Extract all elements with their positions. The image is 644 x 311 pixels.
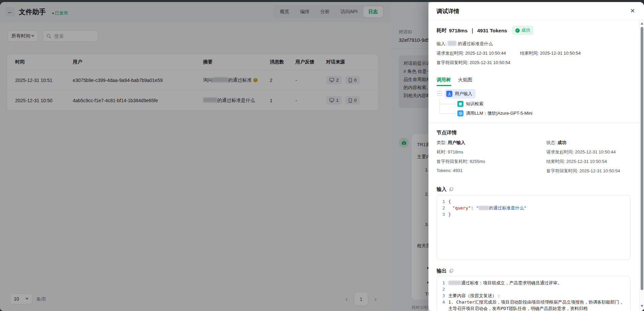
node-status-label: 状态: xyxy=(546,140,557,145)
status-label: 成功 xyxy=(521,27,530,33)
app-window: ← 文件助手 已发布 概览 编排 分析 访问API 日志 所有时间 时间 用户 … xyxy=(0,2,644,311)
tree-connector xyxy=(440,98,440,113)
code-line: 主要内容（按原文复述）： xyxy=(448,292,501,299)
view-tabs: 调用树 火焰图 xyxy=(437,77,472,83)
node-status: 状态: 成功 xyxy=(546,140,566,146)
node-first-char-cost: 首字符回复耗时: 9255ms xyxy=(437,159,485,165)
output-section-heading: 输出 xyxy=(437,268,453,274)
status-badge: ✓ 成功 xyxy=(512,26,534,35)
node-tokens: Tokens: 4931 xyxy=(437,168,462,173)
tree-node-user-input[interactable]: 用户输入 xyxy=(445,89,476,98)
summary-row: 耗时 9718ms ｜ 4931 Tokens ✓ 成功 xyxy=(437,26,534,35)
input-line: 输入: 的通过标准是什么 xyxy=(437,41,493,47)
output-text: 通过标准：项目组成立，产品需求明确且通过评审。 xyxy=(461,280,562,285)
first-char-time: 首字符回复时间: 2025-12-31 10:50:54 xyxy=(437,60,510,66)
json-key: "query" xyxy=(452,205,471,210)
node-duration: 耗时: 9718ms xyxy=(437,149,463,155)
code-line: 1. Charter汇报完成后，项目启动阶段由项目经理根据产品立项报告，协调各职… xyxy=(448,299,625,311)
tree-node-llm-call[interactable]: 调用LLM：微软|Azure-GPT-5-Mini xyxy=(457,109,533,117)
divider xyxy=(428,123,644,123)
tab-call-tree[interactable]: 调用树 xyxy=(437,77,451,83)
json-quote: " xyxy=(476,205,479,210)
scroll-down-arrow-icon[interactable] xyxy=(641,305,643,307)
input-label: 输入: xyxy=(437,41,447,46)
output-heading-text: 输出 xyxy=(437,268,447,274)
tokens-value: 4931 Tokens xyxy=(477,28,507,33)
active-tab-underline xyxy=(437,85,451,86)
node-type-label: 类型: xyxy=(437,140,448,145)
llm-cube-icon xyxy=(457,110,463,116)
scroll-up-arrow-icon[interactable] xyxy=(641,22,643,25)
tree-node-label: 知识检索 xyxy=(466,101,483,107)
collapse-toggle[interactable]: − xyxy=(437,91,442,96)
line-number: 3 xyxy=(437,292,445,299)
redacted-text xyxy=(479,206,489,210)
output-code-block[interactable]: 1通过标准：项目组成立，产品需求明确且通过评审。 2 3主要内容（按原文复述）：… xyxy=(437,276,631,311)
tree-connector xyxy=(440,104,456,104)
tree-node-label: 用户输入 xyxy=(455,91,472,97)
knowledge-search-icon xyxy=(457,101,463,107)
line-number: 3 xyxy=(437,211,445,218)
input-text: 的通过标准是什么 xyxy=(458,41,493,46)
node-details-heading: 节点详情 xyxy=(437,130,457,136)
redacted-text xyxy=(448,41,456,46)
node-status-value: 成功 xyxy=(557,140,566,145)
copy-icon[interactable] xyxy=(449,268,453,274)
close-icon[interactable]: ✕ xyxy=(628,6,637,16)
line-number: 1 xyxy=(437,280,445,286)
scrollbar-thumb[interactable] xyxy=(641,27,643,290)
user-input-icon xyxy=(446,91,452,97)
tree-connector xyxy=(440,113,456,114)
node-type: 类型: 用户输入 xyxy=(437,140,465,146)
json-value: 的通过标准是什么 xyxy=(489,205,524,210)
check-icon: ✓ xyxy=(515,28,520,33)
line-number: 4 xyxy=(437,299,445,311)
json-colon: : xyxy=(471,205,476,210)
line-number: 2 xyxy=(437,286,445,292)
code-line: } xyxy=(448,211,451,218)
tree-node-knowledge-search[interactable]: 知识检索 xyxy=(457,100,483,108)
tree-node-label: 调用LLM：微软|Azure-GPT-5-Mini xyxy=(466,110,533,116)
json-quote: " xyxy=(524,205,526,210)
duration-label: 耗时 xyxy=(437,27,447,34)
screen: ← 文件助手 已发布 概览 编排 分析 访问API 日志 所有时间 时间 用户 … xyxy=(0,0,644,311)
input-heading-text: 输入 xyxy=(437,186,447,192)
separator: ｜ xyxy=(470,27,475,34)
node-type-value: 用户输入 xyxy=(448,140,465,145)
redacted-text xyxy=(448,281,461,285)
modal-overlay[interactable] xyxy=(0,2,428,311)
drawer-title: 调试详情 xyxy=(437,7,459,15)
request-start-time: 请求发起时间: 2025-12-31 10:50:44 xyxy=(437,50,506,56)
node-first-char-time: 首字符回复时间: 2025-12-31 10:50:54 xyxy=(546,168,620,174)
line-number: 1 xyxy=(437,198,445,205)
input-code-block[interactable]: 1{ 2 "query": "的通过标准是什么" 3} xyxy=(437,195,631,260)
code-line: "query": "的通过标准是什么" xyxy=(452,205,526,211)
debug-detail-drawer: 调试详情 ✕ 耗时 9718ms ｜ 4931 Tokens ✓ 成功 输入: … xyxy=(428,2,644,311)
code-line: 通过标准：项目组成立，产品需求明确且通过评审。 xyxy=(448,280,562,286)
input-section-heading: 输入 xyxy=(437,186,453,193)
divider xyxy=(428,20,644,20)
end-time: 结束时间: 2025-12-31 10:50:54 xyxy=(520,50,581,56)
summary-metrics: 耗时 9718ms ｜ 4931 Tokens xyxy=(437,27,507,34)
tab-flame-graph[interactable]: 火焰图 xyxy=(458,77,472,83)
code-line: { xyxy=(448,198,451,205)
copy-icon[interactable] xyxy=(449,187,453,192)
duration-value: 9718ms xyxy=(449,28,468,33)
node-end-time: 结束时间: 2025-12-31 10:50:54 xyxy=(546,159,607,165)
line-number: 2 xyxy=(437,205,445,211)
node-request-start: 请求发起时间: 2025-12-31 10:50:44 xyxy=(546,149,616,155)
